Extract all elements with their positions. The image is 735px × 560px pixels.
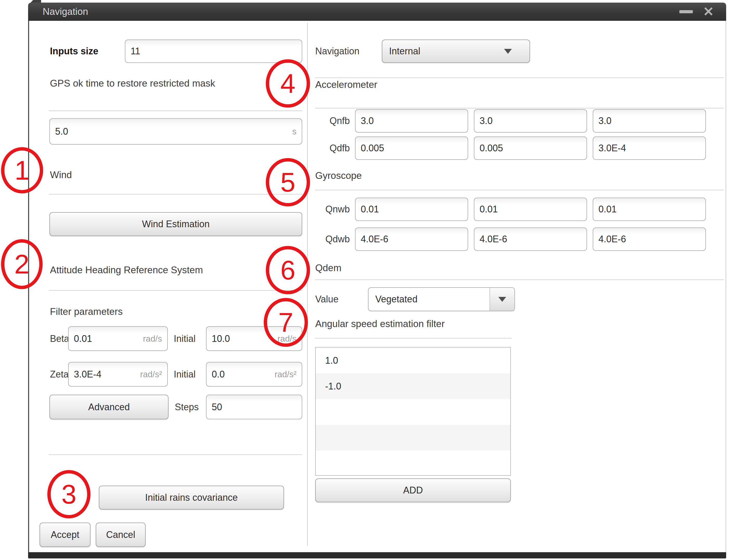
ahrs-section-heading: Attitude Heading Reference System bbox=[50, 265, 203, 276]
qdem-value-selected: Vegetated bbox=[369, 288, 490, 311]
beta-value: 0.01 bbox=[74, 333, 143, 344]
qnwb-value-1: 0.01 bbox=[361, 204, 463, 215]
zeta-value: 3.0E-4 bbox=[74, 369, 140, 380]
close-icon: ✕ bbox=[703, 4, 714, 19]
inputs-size-field[interactable]: 11 bbox=[125, 40, 302, 63]
zeta-initial-field[interactable]: 0.0 rad/s² bbox=[206, 362, 302, 387]
initial-rains-covariance-button[interactable]: Initial rains covariance bbox=[99, 486, 284, 510]
annotation-circle-4: 4 bbox=[266, 59, 310, 108]
qdwb-field-2[interactable]: 4.0E-6 bbox=[474, 227, 587, 251]
qdwb-field-3[interactable]: 4.0E-6 bbox=[593, 227, 706, 251]
screen: Navigation ✕ Inputs size 11 GPS ok time … bbox=[0, 0, 735, 560]
zeta-initial-label: Initial bbox=[174, 362, 195, 387]
zeta-initial-value: 0.0 bbox=[212, 369, 275, 380]
wind-estimation-button[interactable]: Wind Estimation bbox=[49, 212, 302, 236]
cancel-button[interactable]: Cancel bbox=[96, 523, 146, 547]
qnwb-label: Qnwb bbox=[315, 198, 350, 221]
annotation-number-4: 4 bbox=[280, 68, 295, 99]
qdem-heading: Qdem bbox=[315, 263, 341, 274]
qdem-value-label: Value bbox=[315, 287, 338, 311]
add-button-label: ADD bbox=[403, 485, 423, 496]
accept-button[interactable]: Accept bbox=[40, 523, 90, 547]
advanced-button[interactable]: Advanced bbox=[49, 395, 168, 419]
qnwb-value-2: 0.01 bbox=[480, 204, 581, 215]
gps-time-field[interactable]: 5.0 s bbox=[49, 118, 302, 145]
qnwb-field-3[interactable]: 0.01 bbox=[593, 198, 706, 221]
qdem-dropdown-arrow-button[interactable] bbox=[490, 288, 515, 311]
chevron-down-icon bbox=[498, 297, 506, 302]
qnwb-field-1[interactable]: 0.01 bbox=[355, 198, 468, 221]
column-divider bbox=[307, 23, 308, 545]
annotation-circle-1: 1 bbox=[1, 147, 43, 193]
qdwb-label: Qdwb bbox=[315, 227, 350, 251]
beta-label: Beta bbox=[50, 326, 69, 351]
qdem-value-dropdown[interactable]: Vegetated bbox=[368, 287, 515, 311]
zeta-label: Zeta bbox=[50, 362, 69, 387]
zeta-field[interactable]: 3.0E-4 rad/s² bbox=[68, 362, 168, 387]
wind-section-heading: Wind bbox=[50, 170, 72, 180]
qnfb-value-3: 3.0 bbox=[599, 115, 700, 126]
window-bottom-edge bbox=[28, 552, 726, 558]
qdfb-value-1: 0.005 bbox=[361, 143, 463, 154]
titlebar[interactable]: Navigation ✕ bbox=[28, 3, 726, 21]
filter-parameters-label: Filter parameters bbox=[50, 306, 123, 317]
add-button[interactable]: ADD bbox=[315, 478, 511, 502]
qdwb-value-3: 4.0E-6 bbox=[599, 234, 700, 245]
zeta-unit: rad/s² bbox=[140, 369, 162, 379]
annotation-circle-6: 6 bbox=[266, 246, 310, 294]
qdem-divider bbox=[315, 279, 724, 280]
beta-initial-label: Initial bbox=[174, 326, 195, 351]
annotation-circle-7: 7 bbox=[264, 298, 308, 347]
qdfb-field-2[interactable]: 0.005 bbox=[474, 136, 587, 160]
beta-unit: rad/s bbox=[143, 334, 162, 344]
angular-filter-heading: Angular speed estimation filter bbox=[315, 318, 445, 329]
accelerometer-divider bbox=[315, 108, 724, 108]
cancel-button-label: Cancel bbox=[106, 529, 135, 540]
accept-button-label: Accept bbox=[51, 529, 79, 540]
qnfb-label: Qnfb bbox=[315, 109, 350, 133]
qdfb-field-3[interactable]: 3.0E-4 bbox=[593, 136, 706, 160]
wind-estimation-button-label: Wind Estimation bbox=[142, 219, 210, 230]
gyroscope-divider bbox=[315, 190, 724, 190]
dialog-body: Inputs size 11 GPS ok time to restore re… bbox=[28, 21, 726, 552]
initial-rains-covariance-label: Initial rains covariance bbox=[145, 492, 238, 503]
navigation-row-divider bbox=[315, 77, 724, 78]
annotation-circle-3: 3 bbox=[47, 470, 90, 518]
qdfb-field-1[interactable]: 0.005 bbox=[355, 136, 468, 160]
navigation-dialog: Navigation ✕ Inputs size 11 GPS ok time … bbox=[28, 3, 726, 558]
qdfb-value-3: 3.0E-4 bbox=[599, 143, 700, 154]
angular-filter-list[interactable]: 1.0 -1.0 bbox=[315, 347, 511, 476]
annotation-number-1: 1 bbox=[15, 155, 30, 186]
qdwb-value-1: 4.0E-6 bbox=[361, 234, 463, 245]
qdwb-value-2: 4.0E-6 bbox=[480, 234, 581, 245]
beta-field[interactable]: 0.01 rad/s bbox=[68, 326, 168, 351]
steps-label: Steps bbox=[175, 395, 199, 419]
minimize-icon bbox=[679, 10, 693, 13]
gps-section-divider bbox=[49, 110, 302, 111]
inputs-size-value: 11 bbox=[131, 46, 296, 57]
qnfb-value-1: 3.0 bbox=[361, 115, 463, 126]
navigation-mode-selected: Internal bbox=[389, 46, 420, 57]
qdfb-label: Qdfb bbox=[315, 136, 350, 160]
advanced-button-label: Advanced bbox=[88, 402, 130, 413]
steps-field[interactable]: 50 bbox=[206, 395, 302, 419]
window-title: Navigation bbox=[43, 3, 88, 21]
gyroscope-heading: Gyroscope bbox=[315, 170, 362, 181]
list-item[interactable]: 1.0 bbox=[316, 348, 510, 373]
annotation-number-5: 5 bbox=[280, 167, 295, 198]
qdwb-field-1[interactable]: 4.0E-6 bbox=[355, 227, 468, 251]
qnfb-field-3[interactable]: 3.0 bbox=[593, 109, 706, 133]
qnfb-field-1[interactable]: 3.0 bbox=[355, 109, 468, 133]
list-item[interactable]: -1.0 bbox=[316, 373, 510, 399]
qnwb-field-2[interactable]: 0.01 bbox=[474, 198, 587, 221]
window-controls: ✕ bbox=[679, 3, 716, 21]
close-button[interactable]: ✕ bbox=[701, 3, 716, 21]
minimize-button[interactable] bbox=[679, 3, 693, 21]
navigation-mode-dropdown[interactable]: Internal bbox=[382, 40, 530, 63]
gps-section-heading: GPS ok time to restore restricted mask bbox=[50, 78, 215, 89]
annotation-number-6: 6 bbox=[280, 255, 295, 286]
ahrs-section-divider bbox=[49, 290, 302, 291]
qnfb-field-2[interactable]: 3.0 bbox=[474, 109, 587, 133]
angular-filter-divider bbox=[315, 338, 512, 338]
zeta-initial-unit: rad/s² bbox=[275, 369, 296, 379]
